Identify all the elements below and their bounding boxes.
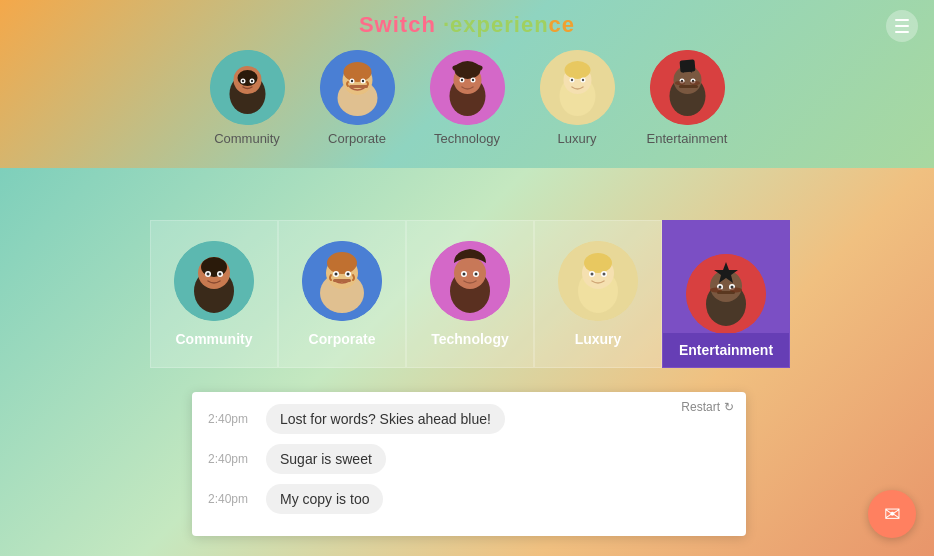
avatar-circle-community	[210, 50, 285, 125]
top-avatar-entertainment[interactable]: Entertainment	[632, 50, 742, 146]
logo-exp: ·experien	[443, 12, 549, 37]
top-avatar-corporate[interactable]: Corporate	[302, 50, 412, 146]
menu-button[interactable]	[886, 10, 918, 42]
svg-rect-12	[344, 68, 371, 78]
chat-bubble-1: Lost for words? Skies ahead blue!	[266, 404, 505, 434]
svg-point-45	[690, 81, 700, 85]
chat-bubble-3: My copy is too	[266, 484, 383, 514]
svg-point-61	[347, 273, 350, 276]
avatar-circle-luxury	[540, 50, 615, 125]
svg-rect-17	[349, 85, 368, 88]
top-avatar-row: Community Corporate	[0, 50, 934, 156]
chat-message-1: 2:40pm Lost for words? Skies ahead blue!	[208, 404, 730, 434]
svg-point-16	[361, 80, 363, 82]
top-avatar-entertainment-label: Entertainment	[647, 131, 728, 146]
grid-avatar-technology	[430, 241, 510, 321]
svg-point-7	[250, 80, 252, 82]
grid-label-corporate: Corporate	[309, 331, 376, 347]
svg-point-29	[564, 61, 590, 79]
svg-point-87	[710, 288, 722, 293]
mail-icon: ✉	[884, 502, 901, 526]
grid-item-entertainment[interactable]: Entertainment	[662, 220, 790, 368]
community-face-svg	[210, 50, 285, 125]
grid-label-community: Community	[176, 331, 253, 347]
svg-point-25	[471, 79, 473, 81]
top-avatar-luxury-label: Luxury	[557, 131, 596, 146]
svg-point-24	[460, 79, 462, 81]
svg-point-60	[335, 273, 338, 276]
svg-point-77	[603, 273, 606, 276]
top-avatar-technology[interactable]: Technology	[412, 50, 522, 146]
hamburger-icon	[895, 19, 909, 33]
chat-message-2: 2:40pm Sugar is sweet	[208, 444, 730, 474]
svg-point-57	[327, 252, 357, 274]
mail-button[interactable]: ✉	[868, 490, 916, 538]
logo-switch: Switch	[359, 12, 436, 37]
svg-point-73	[584, 253, 612, 273]
grid-avatar-corporate	[302, 241, 382, 321]
grid-corporate-svg	[302, 241, 382, 321]
logo: Switch ·experience	[359, 12, 575, 38]
grid-avatar-community	[174, 241, 254, 321]
grid-item-luxury[interactable]: Luxury	[534, 220, 662, 368]
restart-icon: ↻	[724, 400, 734, 414]
svg-point-49	[201, 257, 227, 277]
header: Switch ·experience	[0, 0, 934, 50]
chat-time-1: 2:40pm	[208, 412, 256, 426]
grid-item-technology[interactable]: Technology	[406, 220, 534, 368]
avatar-circle-corporate	[320, 50, 395, 125]
top-avatar-technology-label: Technology	[434, 131, 500, 146]
svg-point-44	[675, 81, 685, 85]
top-avatar-community[interactable]: Community	[192, 50, 302, 146]
active-label-box: Entertainment	[663, 333, 789, 367]
logo-ce: ce	[549, 12, 575, 37]
technology-face-svg	[430, 50, 505, 125]
svg-point-6	[241, 80, 243, 82]
restart-label: Restart	[681, 400, 720, 414]
category-grid: Community Corporate	[150, 220, 790, 368]
grid-entertainment-svg	[686, 254, 766, 334]
svg-point-68	[463, 273, 466, 276]
avatar-circle-technology	[430, 50, 505, 125]
svg-point-15	[350, 80, 352, 82]
grid-label-luxury: Luxury	[575, 331, 622, 347]
avatar-circle-entertainment	[650, 50, 725, 125]
grid-avatar-luxury	[558, 241, 638, 321]
svg-point-76	[591, 273, 594, 276]
luxury-face-svg	[540, 50, 615, 125]
grid-label-entertainment: Entertainment	[679, 342, 773, 358]
corporate-face-svg	[320, 50, 395, 125]
svg-point-69	[475, 273, 478, 276]
restart-button[interactable]: Restart ↻	[681, 400, 734, 414]
grid-item-corporate[interactable]: Corporate	[278, 220, 406, 368]
chat-message-3: 2:40pm My copy is too	[208, 484, 730, 514]
svg-point-33	[581, 79, 583, 81]
grid-technology-svg	[430, 241, 510, 321]
grid-avatar-entertainment	[686, 254, 766, 334]
entertainment-face-svg	[650, 50, 725, 125]
svg-rect-43	[679, 85, 698, 88]
chat-time-2: 2:40pm	[208, 452, 256, 466]
svg-point-32	[570, 79, 572, 81]
svg-rect-62	[333, 279, 351, 282]
top-avatar-community-label: Community	[214, 131, 280, 146]
chat-bubble-2: Sugar is sweet	[266, 444, 386, 474]
top-avatar-luxury[interactable]: Luxury	[522, 50, 632, 146]
svg-point-52	[207, 273, 210, 276]
svg-point-65	[454, 257, 486, 289]
svg-rect-38	[679, 59, 695, 72]
svg-point-53	[219, 273, 222, 276]
top-avatar-corporate-label: Corporate	[328, 131, 386, 146]
chat-time-3: 2:40pm	[208, 492, 256, 506]
svg-point-88	[730, 288, 742, 293]
svg-point-3	[237, 70, 257, 86]
grid-luxury-svg	[558, 241, 638, 321]
grid-community-svg	[174, 241, 254, 321]
chat-panel: Restart ↻ 2:40pm Lost for words? Skies a…	[192, 392, 746, 536]
grid-label-technology: Technology	[431, 331, 509, 347]
grid-item-community[interactable]: Community	[150, 220, 278, 368]
